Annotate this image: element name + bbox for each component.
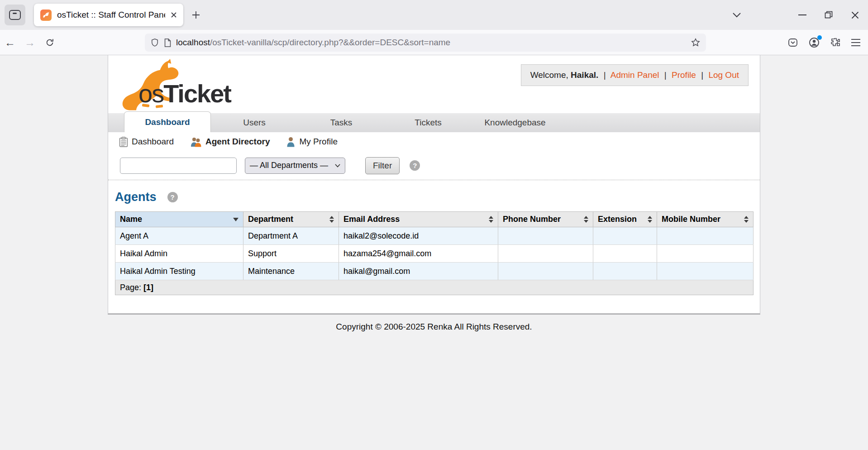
search-input[interactable] bbox=[120, 158, 237, 174]
cell-email: haikal@gmail.com bbox=[339, 263, 498, 280]
chevron-down-icon bbox=[335, 164, 340, 168]
pocket-icon[interactable] bbox=[787, 37, 798, 48]
separator: | bbox=[664, 70, 667, 80]
reload-icon bbox=[45, 38, 55, 48]
browser-toolbar: ← → localhost/osTicket-vanilla/scp/direc… bbox=[0, 30, 868, 55]
logo-wordmark: osTicket bbox=[138, 79, 231, 108]
logout-link[interactable]: Log Out bbox=[708, 70, 739, 80]
subnav-my-profile[interactable]: My Profile bbox=[286, 137, 337, 147]
sort-icon bbox=[744, 216, 749, 223]
column-label: Email Address bbox=[343, 215, 400, 224]
reload-button[interactable] bbox=[40, 38, 60, 48]
filter-bar: — All Departments — Filter ? bbox=[108, 151, 760, 180]
close-icon bbox=[851, 11, 859, 19]
new-tab-button[interactable] bbox=[189, 8, 203, 22]
minimize-icon bbox=[798, 14, 806, 16]
url-text[interactable]: localhost/osTicket-vanilla/scp/directory… bbox=[176, 38, 686, 48]
cell-name: Agent A bbox=[115, 227, 243, 245]
back-button[interactable]: ← bbox=[0, 36, 20, 49]
column-header-name[interactable]: Name bbox=[115, 212, 243, 227]
column-label: Phone Number bbox=[503, 215, 561, 224]
subnav-my-profile-label: My Profile bbox=[299, 137, 337, 147]
list-all-tabs-button[interactable] bbox=[732, 0, 741, 30]
pager-current-page[interactable]: [1] bbox=[143, 283, 153, 292]
cell-email: haikal2@solecode.id bbox=[339, 227, 498, 245]
minimize-button[interactable] bbox=[789, 0, 816, 30]
table-header-row: Name Department Email Address Phone Numb… bbox=[115, 212, 754, 227]
admin-panel-link[interactable]: Admin Panel bbox=[610, 70, 659, 80]
osticket-content: osTicket Welcome, Haikal. | Admin Panel … bbox=[108, 55, 760, 315]
browser-tab[interactable]: osTicket :: Staff Control Panel bbox=[34, 4, 183, 26]
site-header: osTicket Welcome, Haikal. | Admin Panel … bbox=[108, 55, 760, 113]
table-row[interactable]: Agent A Department A haikal2@solecode.id bbox=[115, 227, 754, 245]
tab-close-icon[interactable] bbox=[171, 12, 177, 18]
column-label: Department bbox=[248, 215, 293, 224]
filter-button[interactable]: Filter bbox=[365, 157, 400, 174]
page-info-icon[interactable] bbox=[164, 38, 172, 48]
column-header-department[interactable]: Department bbox=[243, 212, 339, 227]
sort-desc-icon bbox=[233, 218, 238, 221]
subnav-dashboard[interactable]: Dashboard bbox=[119, 137, 174, 147]
cell-department: Department A bbox=[243, 227, 339, 245]
cell-phone bbox=[498, 263, 593, 280]
tab-tickets[interactable]: Tickets bbox=[385, 113, 472, 132]
column-header-extension[interactable]: Extension bbox=[593, 212, 657, 227]
sort-icon bbox=[648, 216, 652, 223]
osticket-logo[interactable]: osTicket bbox=[114, 59, 263, 108]
restore-button[interactable] bbox=[816, 0, 842, 30]
agents-heading-row: Agents ? bbox=[115, 190, 760, 204]
plus-icon bbox=[192, 11, 200, 19]
welcome-prefix: Welcome, bbox=[530, 70, 568, 80]
welcome-bar: Welcome, Haikal. | Admin Panel | Profile… bbox=[521, 64, 749, 86]
cell-phone bbox=[498, 245, 593, 263]
column-header-email[interactable]: Email Address bbox=[339, 212, 498, 227]
column-header-mobile[interactable]: Mobile Number bbox=[657, 212, 754, 227]
sort-icon bbox=[329, 216, 334, 223]
cell-extension bbox=[593, 245, 657, 263]
column-label: Extension bbox=[598, 215, 637, 224]
toolbar-right-icons bbox=[787, 30, 864, 55]
pager-label: Page: bbox=[120, 283, 141, 292]
subnav-agent-directory[interactable]: Agent Directory bbox=[190, 137, 270, 147]
agents-group-icon bbox=[190, 137, 202, 147]
column-header-phone[interactable]: Phone Number bbox=[498, 212, 593, 227]
department-select[interactable]: — All Departments — bbox=[245, 158, 345, 174]
extensions-puzzle-icon[interactable] bbox=[830, 37, 841, 48]
tab-users[interactable]: Users bbox=[211, 113, 298, 132]
agents-table: Name Department Email Address Phone Numb… bbox=[115, 211, 754, 295]
close-window-button[interactable] bbox=[842, 0, 868, 30]
chevron-down-icon bbox=[732, 12, 741, 18]
column-label: Name bbox=[120, 215, 142, 224]
cell-email: hazama254@gmail.com bbox=[339, 245, 498, 263]
tab-tasks[interactable]: Tasks bbox=[298, 113, 385, 132]
url-host: localhost bbox=[176, 38, 210, 47]
firefox-view-icon bbox=[9, 10, 21, 20]
account-button[interactable] bbox=[808, 37, 820, 48]
filter-help-icon[interactable]: ? bbox=[410, 160, 420, 171]
subnav-agent-directory-label: Agent Directory bbox=[205, 137, 270, 147]
cell-extension bbox=[593, 263, 657, 280]
page-title: Agents bbox=[115, 190, 157, 204]
forward-button[interactable]: → bbox=[20, 36, 40, 49]
table-row[interactable]: Haikal Admin Testing Maintenance haikal@… bbox=[115, 263, 754, 280]
firefox-view-button[interactable] bbox=[5, 5, 25, 25]
cell-mobile bbox=[657, 263, 754, 280]
tab-knowledgebase[interactable]: Knowledgebase bbox=[472, 113, 558, 132]
tab-dashboard[interactable]: Dashboard bbox=[124, 111, 211, 132]
main-nav: Dashboard Users Tasks Tickets Knowledgeb… bbox=[108, 113, 760, 132]
table-row[interactable]: Haikal Admin Support hazama254@gmail.com bbox=[115, 245, 754, 263]
agents-help-icon[interactable]: ? bbox=[167, 192, 178, 202]
cell-name: Haikal Admin bbox=[115, 245, 243, 263]
sort-icon bbox=[584, 216, 588, 223]
cell-mobile bbox=[657, 245, 754, 263]
copyright-text: Copyright © 2006-2025 Renka All Rights R… bbox=[0, 322, 868, 332]
menu-hamburger-icon[interactable] bbox=[851, 38, 861, 47]
subnav-dashboard-label: Dashboard bbox=[132, 137, 174, 147]
profile-link[interactable]: Profile bbox=[672, 70, 696, 80]
separator: | bbox=[604, 70, 606, 80]
bookmark-star-icon[interactable] bbox=[691, 38, 701, 48]
url-bar[interactable]: localhost/osTicket-vanilla/scp/directory… bbox=[145, 34, 706, 52]
shield-permissions-icon[interactable] bbox=[150, 38, 159, 48]
person-icon bbox=[286, 137, 296, 147]
window-controls bbox=[789, 0, 868, 30]
